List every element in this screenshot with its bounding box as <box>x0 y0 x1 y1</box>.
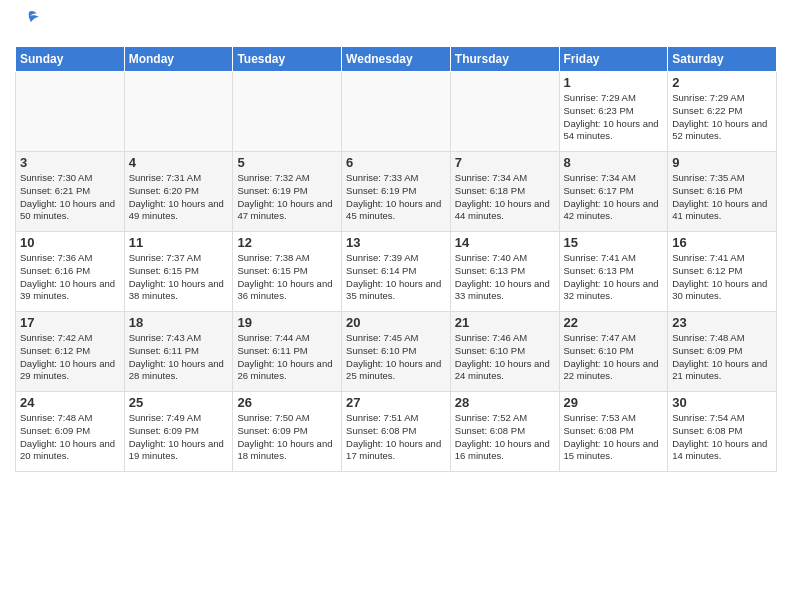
day-number: 14 <box>455 235 555 250</box>
day-number: 19 <box>237 315 337 330</box>
day-info: Sunrise: 7:36 AM Sunset: 6:16 PM Dayligh… <box>20 252 120 303</box>
day-number: 3 <box>20 155 120 170</box>
calendar-week-row: 24Sunrise: 7:48 AM Sunset: 6:09 PM Dayli… <box>16 392 777 472</box>
calendar-cell: 2Sunrise: 7:29 AM Sunset: 6:22 PM Daylig… <box>668 72 777 152</box>
calendar-cell: 12Sunrise: 7:38 AM Sunset: 6:15 PM Dayli… <box>233 232 342 312</box>
day-number: 10 <box>20 235 120 250</box>
calendar-cell: 3Sunrise: 7:30 AM Sunset: 6:21 PM Daylig… <box>16 152 125 232</box>
day-number: 8 <box>564 155 664 170</box>
col-header-tuesday: Tuesday <box>233 47 342 72</box>
calendar-cell: 7Sunrise: 7:34 AM Sunset: 6:18 PM Daylig… <box>450 152 559 232</box>
day-info: Sunrise: 7:41 AM Sunset: 6:12 PM Dayligh… <box>672 252 772 303</box>
col-header-sunday: Sunday <box>16 47 125 72</box>
calendar-cell: 26Sunrise: 7:50 AM Sunset: 6:09 PM Dayli… <box>233 392 342 472</box>
calendar-cell: 18Sunrise: 7:43 AM Sunset: 6:11 PM Dayli… <box>124 312 233 392</box>
calendar-cell: 28Sunrise: 7:52 AM Sunset: 6:08 PM Dayli… <box>450 392 559 472</box>
calendar-cell: 16Sunrise: 7:41 AM Sunset: 6:12 PM Dayli… <box>668 232 777 312</box>
col-header-thursday: Thursday <box>450 47 559 72</box>
day-number: 28 <box>455 395 555 410</box>
calendar-week-row: 1Sunrise: 7:29 AM Sunset: 6:23 PM Daylig… <box>16 72 777 152</box>
day-number: 30 <box>672 395 772 410</box>
day-number: 20 <box>346 315 446 330</box>
calendar-cell: 29Sunrise: 7:53 AM Sunset: 6:08 PM Dayli… <box>559 392 668 472</box>
day-number: 2 <box>672 75 772 90</box>
calendar-cell: 25Sunrise: 7:49 AM Sunset: 6:09 PM Dayli… <box>124 392 233 472</box>
calendar-cell: 17Sunrise: 7:42 AM Sunset: 6:12 PM Dayli… <box>16 312 125 392</box>
calendar-cell: 24Sunrise: 7:48 AM Sunset: 6:09 PM Dayli… <box>16 392 125 472</box>
calendar-week-row: 10Sunrise: 7:36 AM Sunset: 6:16 PM Dayli… <box>16 232 777 312</box>
day-number: 15 <box>564 235 664 250</box>
day-number: 23 <box>672 315 772 330</box>
calendar-cell: 6Sunrise: 7:33 AM Sunset: 6:19 PM Daylig… <box>342 152 451 232</box>
day-info: Sunrise: 7:29 AM Sunset: 6:23 PM Dayligh… <box>564 92 664 143</box>
calendar-cell: 11Sunrise: 7:37 AM Sunset: 6:15 PM Dayli… <box>124 232 233 312</box>
calendar-header-row: SundayMondayTuesdayWednesdayThursdayFrid… <box>16 47 777 72</box>
day-number: 18 <box>129 315 229 330</box>
col-header-saturday: Saturday <box>668 47 777 72</box>
day-number: 26 <box>237 395 337 410</box>
day-info: Sunrise: 7:44 AM Sunset: 6:11 PM Dayligh… <box>237 332 337 383</box>
day-number: 5 <box>237 155 337 170</box>
calendar-cell: 23Sunrise: 7:48 AM Sunset: 6:09 PM Dayli… <box>668 312 777 392</box>
calendar-week-row: 3Sunrise: 7:30 AM Sunset: 6:21 PM Daylig… <box>16 152 777 232</box>
calendar-cell: 5Sunrise: 7:32 AM Sunset: 6:19 PM Daylig… <box>233 152 342 232</box>
logo-bird-icon <box>17 10 41 30</box>
day-info: Sunrise: 7:39 AM Sunset: 6:14 PM Dayligh… <box>346 252 446 303</box>
header <box>15 10 777 38</box>
col-header-friday: Friday <box>559 47 668 72</box>
calendar-cell <box>124 72 233 152</box>
day-number: 11 <box>129 235 229 250</box>
calendar-cell: 1Sunrise: 7:29 AM Sunset: 6:23 PM Daylig… <box>559 72 668 152</box>
day-info: Sunrise: 7:34 AM Sunset: 6:18 PM Dayligh… <box>455 172 555 223</box>
calendar-cell: 10Sunrise: 7:36 AM Sunset: 6:16 PM Dayli… <box>16 232 125 312</box>
day-info: Sunrise: 7:45 AM Sunset: 6:10 PM Dayligh… <box>346 332 446 383</box>
calendar-week-row: 17Sunrise: 7:42 AM Sunset: 6:12 PM Dayli… <box>16 312 777 392</box>
day-info: Sunrise: 7:48 AM Sunset: 6:09 PM Dayligh… <box>20 412 120 463</box>
day-info: Sunrise: 7:30 AM Sunset: 6:21 PM Dayligh… <box>20 172 120 223</box>
day-info: Sunrise: 7:50 AM Sunset: 6:09 PM Dayligh… <box>237 412 337 463</box>
day-number: 1 <box>564 75 664 90</box>
calendar-cell: 14Sunrise: 7:40 AM Sunset: 6:13 PM Dayli… <box>450 232 559 312</box>
calendar-table: SundayMondayTuesdayWednesdayThursdayFrid… <box>15 46 777 472</box>
calendar-cell <box>233 72 342 152</box>
day-info: Sunrise: 7:29 AM Sunset: 6:22 PM Dayligh… <box>672 92 772 143</box>
day-info: Sunrise: 7:51 AM Sunset: 6:08 PM Dayligh… <box>346 412 446 463</box>
day-info: Sunrise: 7:42 AM Sunset: 6:12 PM Dayligh… <box>20 332 120 383</box>
day-info: Sunrise: 7:35 AM Sunset: 6:16 PM Dayligh… <box>672 172 772 223</box>
day-number: 4 <box>129 155 229 170</box>
calendar-cell: 30Sunrise: 7:54 AM Sunset: 6:08 PM Dayli… <box>668 392 777 472</box>
day-info: Sunrise: 7:31 AM Sunset: 6:20 PM Dayligh… <box>129 172 229 223</box>
calendar-cell: 9Sunrise: 7:35 AM Sunset: 6:16 PM Daylig… <box>668 152 777 232</box>
day-number: 25 <box>129 395 229 410</box>
day-number: 24 <box>20 395 120 410</box>
day-info: Sunrise: 7:38 AM Sunset: 6:15 PM Dayligh… <box>237 252 337 303</box>
calendar-cell: 20Sunrise: 7:45 AM Sunset: 6:10 PM Dayli… <box>342 312 451 392</box>
day-info: Sunrise: 7:54 AM Sunset: 6:08 PM Dayligh… <box>672 412 772 463</box>
calendar-cell: 27Sunrise: 7:51 AM Sunset: 6:08 PM Dayli… <box>342 392 451 472</box>
calendar-cell <box>16 72 125 152</box>
day-info: Sunrise: 7:47 AM Sunset: 6:10 PM Dayligh… <box>564 332 664 383</box>
day-info: Sunrise: 7:41 AM Sunset: 6:13 PM Dayligh… <box>564 252 664 303</box>
day-number: 7 <box>455 155 555 170</box>
col-header-monday: Monday <box>124 47 233 72</box>
day-number: 13 <box>346 235 446 250</box>
day-info: Sunrise: 7:49 AM Sunset: 6:09 PM Dayligh… <box>129 412 229 463</box>
day-number: 29 <box>564 395 664 410</box>
day-number: 22 <box>564 315 664 330</box>
day-info: Sunrise: 7:46 AM Sunset: 6:10 PM Dayligh… <box>455 332 555 383</box>
calendar-cell: 15Sunrise: 7:41 AM Sunset: 6:13 PM Dayli… <box>559 232 668 312</box>
calendar-cell: 4Sunrise: 7:31 AM Sunset: 6:20 PM Daylig… <box>124 152 233 232</box>
day-number: 27 <box>346 395 446 410</box>
calendar-cell: 13Sunrise: 7:39 AM Sunset: 6:14 PM Dayli… <box>342 232 451 312</box>
calendar-cell: 19Sunrise: 7:44 AM Sunset: 6:11 PM Dayli… <box>233 312 342 392</box>
day-info: Sunrise: 7:37 AM Sunset: 6:15 PM Dayligh… <box>129 252 229 303</box>
calendar-cell: 21Sunrise: 7:46 AM Sunset: 6:10 PM Dayli… <box>450 312 559 392</box>
day-number: 12 <box>237 235 337 250</box>
day-info: Sunrise: 7:53 AM Sunset: 6:08 PM Dayligh… <box>564 412 664 463</box>
calendar-cell <box>342 72 451 152</box>
day-info: Sunrise: 7:52 AM Sunset: 6:08 PM Dayligh… <box>455 412 555 463</box>
calendar-cell: 8Sunrise: 7:34 AM Sunset: 6:17 PM Daylig… <box>559 152 668 232</box>
day-info: Sunrise: 7:48 AM Sunset: 6:09 PM Dayligh… <box>672 332 772 383</box>
day-info: Sunrise: 7:43 AM Sunset: 6:11 PM Dayligh… <box>129 332 229 383</box>
day-info: Sunrise: 7:40 AM Sunset: 6:13 PM Dayligh… <box>455 252 555 303</box>
